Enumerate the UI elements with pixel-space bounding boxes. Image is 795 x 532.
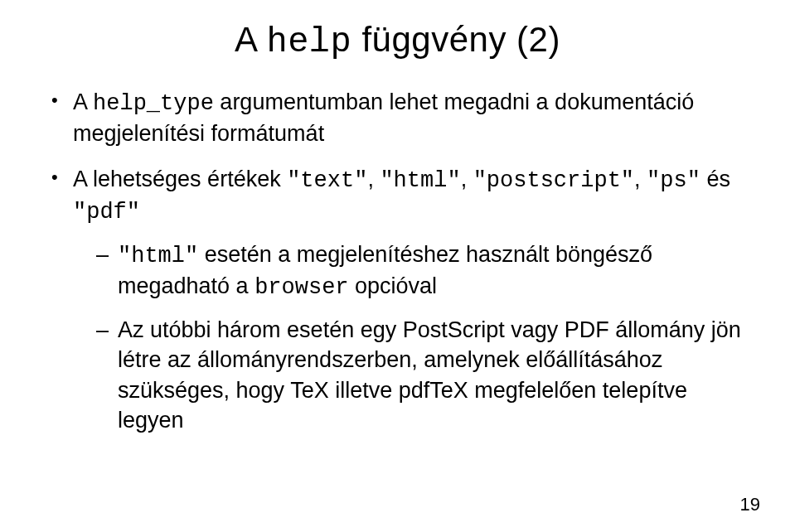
bullet-1: A help_type argumentumban lehet megadni … [50,87,745,149]
bullet-2-2-text-1: Az utóbbi három esetén egy PostScript va… [118,317,741,433]
bullet-2-text-4: , [634,167,647,191]
bullet-2-1-mono-1: "html" [118,244,198,268]
bullet-list-level2: "html" esetén a megjelenítéshez használt… [73,239,745,436]
bullet-2-text-3: , [461,167,473,191]
bullet-2-mono-1: "text" [287,168,367,193]
bullet-2-1-mono-2: browser [254,275,348,300]
bullet-2-1-text-2: opcióval [349,273,438,298]
title-mono: help [266,22,351,62]
bullet-2-mono-2: "html" [380,168,460,193]
title-suffix: függvény (2) [351,20,560,59]
bullet-2: A lehetséges értékek "text", "html", "po… [50,164,745,436]
bullet-2-mono-5: "pdf" [73,200,140,225]
bullet-2-mono-3: "postscript" [473,168,634,193]
bullet-1-text-1: A [73,89,93,114]
bullet-2-text-2: , [367,167,380,191]
bullet-2-text-5: és [700,167,730,191]
bullet-1-mono-1: help_type [93,91,214,116]
slide-title: A help függvény (2) [50,20,745,62]
slide: A help függvény (2) A help_type argument… [0,0,795,532]
bullet-list-level1: A help_type argumentumban lehet megadni … [50,87,745,435]
page-number: 19 [740,494,760,515]
title-prefix: A [235,20,266,59]
bullet-2-1: "html" esetén a megjelenítéshez használt… [96,239,745,303]
slide-content: A help_type argumentumban lehet megadni … [50,87,745,435]
bullet-2-text-1: A lehetséges értékek [73,167,287,191]
bullet-2-mono-4: "ps" [647,168,700,193]
bullet-2-2: Az utóbbi három esetén egy PostScript va… [96,315,745,436]
